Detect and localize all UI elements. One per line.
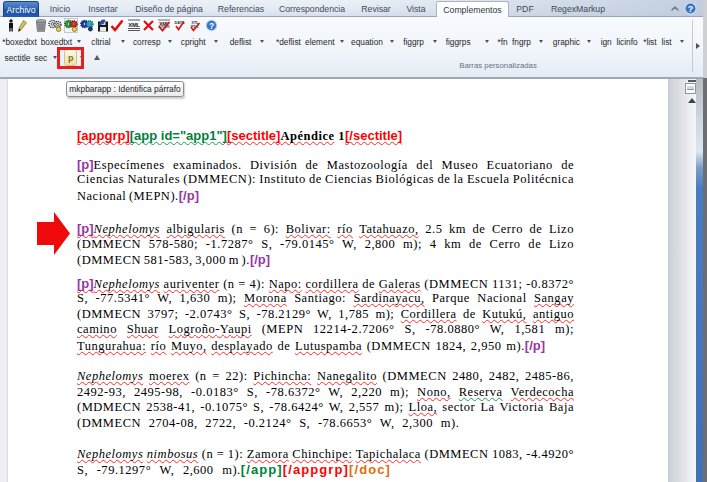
svg-text:?: ?: [687, 3, 693, 13]
svg-text:?: ?: [209, 20, 214, 30]
svg-text:XML: XML: [128, 22, 140, 28]
